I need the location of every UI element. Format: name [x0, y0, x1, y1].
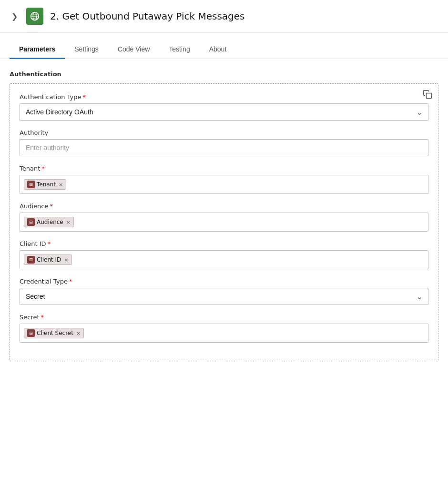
credential-type-required: * [69, 278, 72, 285]
credential-type-select[interactable]: Secret Certificate [20, 288, 428, 305]
tenant-required: * [41, 165, 45, 172]
tab-settings[interactable]: Settings [65, 41, 108, 59]
audience-token-label: Audience [37, 219, 63, 225]
tenant-field: Tenant * ⊞ Tenant × [20, 165, 428, 194]
audience-token-remove[interactable]: × [66, 219, 71, 225]
tab-parameters[interactable]: Parameters [10, 41, 65, 59]
client-id-required: * [48, 240, 51, 247]
audience-token[interactable]: ⊞ Audience × [24, 217, 74, 227]
client-id-token-label: Client ID [37, 256, 61, 263]
secret-token-remove[interactable]: × [76, 330, 81, 336]
credential-type-label: Credential Type * [20, 278, 428, 285]
tenant-token[interactable]: ⊞ Tenant × [24, 179, 66, 190]
client-id-token-icon: ⊞ [27, 256, 35, 264]
tenant-token-label: Tenant [37, 181, 56, 188]
audience-label: Audience * [20, 203, 428, 210]
client-id-field: Client ID * ⊞ Client ID × [20, 240, 428, 269]
audience-token-icon: ⊞ [27, 218, 35, 226]
secret-field: Secret * ⊞ Client Secret × [20, 314, 428, 343]
secret-token-label: Client Secret [37, 330, 73, 336]
tenant-token-remove[interactable]: × [59, 182, 63, 188]
copy-icon[interactable] [423, 90, 432, 101]
auth-type-select[interactable]: Active Directory OAuth Basic Client Cert… [20, 103, 428, 121]
secret-label: Secret * [20, 314, 428, 321]
authority-input[interactable] [20, 139, 428, 156]
client-id-token-remove[interactable]: × [64, 257, 68, 263]
authentication-box: Authentication Type * Active Directory O… [10, 83, 438, 361]
tenant-token-input[interactable]: ⊞ Tenant × [20, 175, 428, 194]
expand-collapse-button[interactable]: ❯ [10, 10, 20, 23]
audience-field: Audience * ⊞ Audience × [20, 203, 428, 232]
authority-field: Authority [20, 129, 428, 156]
tabs-container: Parameters Settings Code View Testing Ab… [0, 41, 448, 59]
audience-required: * [50, 203, 53, 210]
secret-token-icon: ⊞ [27, 329, 35, 337]
tenant-token-icon: ⊞ [27, 181, 35, 188]
credential-type-field: Credential Type * Secret Certificate ⌄ [20, 278, 428, 305]
client-id-token-input[interactable]: ⊞ Client ID × [20, 250, 428, 269]
action-icon [26, 8, 43, 25]
header: ❯ 2. Get Outbound Putaway Pick Messages [0, 0, 448, 33]
globe-icon [30, 11, 40, 21]
auth-type-field: Authentication Type * Active Directory O… [20, 93, 428, 121]
credential-type-select-wrapper: Secret Certificate ⌄ [20, 288, 428, 305]
secret-token[interactable]: ⊞ Client Secret × [24, 328, 84, 338]
page-title: 2. Get Outbound Putaway Pick Messages [50, 10, 245, 22]
auth-type-label: Authentication Type * [20, 93, 428, 101]
content-area: Authentication Authentication Type * Act… [0, 59, 448, 373]
tenant-label: Tenant * [20, 165, 428, 172]
secret-token-input[interactable]: ⊞ Client Secret × [20, 324, 428, 343]
tab-code-view[interactable]: Code View [108, 41, 159, 59]
audience-token-input[interactable]: ⊞ Audience × [20, 213, 428, 232]
section-title: Authentication [10, 71, 438, 78]
svg-rect-5 [427, 93, 432, 99]
secret-required: * [41, 314, 44, 321]
auth-type-required: * [82, 93, 86, 101]
auth-type-select-wrapper: Active Directory OAuth Basic Client Cert… [20, 103, 428, 121]
tab-testing[interactable]: Testing [159, 41, 199, 59]
authority-label: Authority [20, 129, 428, 136]
client-id-token[interactable]: ⊞ Client ID × [24, 254, 72, 265]
client-id-label: Client ID * [20, 240, 428, 247]
tab-about[interactable]: About [200, 41, 236, 59]
